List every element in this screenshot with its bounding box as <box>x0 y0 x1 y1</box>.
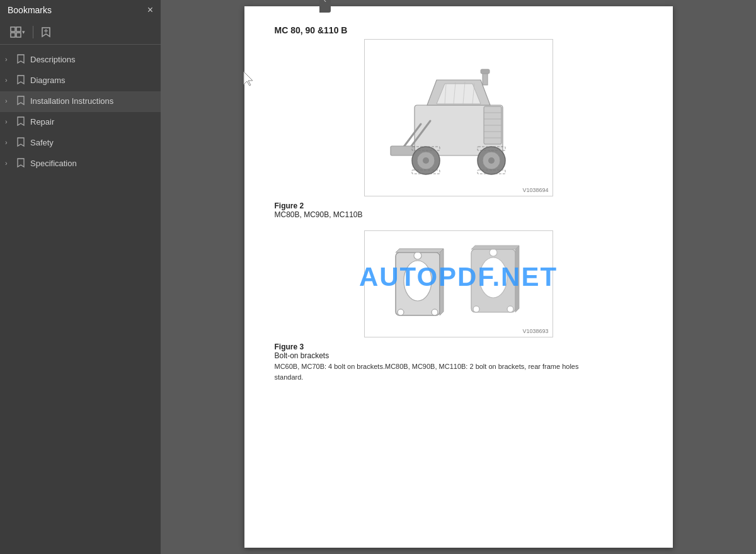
svg-marker-48 <box>515 246 519 312</box>
sidebar-title: Bookmarks <box>8 5 52 15</box>
svg-rect-15 <box>481 69 490 74</box>
chevron-right-icon: › <box>5 97 13 105</box>
bookmark-icon <box>16 158 26 170</box>
figure1-caption: Figure 2 <box>275 201 304 210</box>
figure1-box: V1038694 <box>364 39 553 196</box>
figure2-code: V1038693 <box>522 328 548 334</box>
sidebar-item-label: Safety <box>30 137 54 149</box>
svg-rect-24 <box>391 146 415 155</box>
figure1-code: V1038694 <box>522 187 548 193</box>
figure1-container: MC 80, 90 &110 B <box>270 25 648 219</box>
sidebar: Bookmarks × ▾ › <box>0 0 161 554</box>
figure2-box: V1038693 <box>364 230 553 337</box>
bookmark-button[interactable] <box>38 25 54 39</box>
svg-marker-41 <box>440 249 444 315</box>
sidebar-item-label: Installation Instructions <box>30 96 113 107</box>
figure1-sub: MC80B, MC90B, MC110B <box>275 210 363 219</box>
sidebar-items-list: › Descriptions › Diagrams › Ins <box>0 45 161 554</box>
chevron-right-icon: › <box>5 76 13 84</box>
sidebar-item-descriptions[interactable]: › Descriptions <box>0 50 161 71</box>
svg-point-38 <box>398 309 404 315</box>
bookmark-icon <box>16 54 26 66</box>
sidebar-item-installation-instructions[interactable]: › Installation Instructions <box>0 91 161 112</box>
svg-rect-2 <box>11 33 15 37</box>
svg-rect-1 <box>16 27 21 31</box>
sidebar-item-label: Descriptions <box>30 54 76 65</box>
svg-point-43 <box>479 257 507 298</box>
bookmark-icon <box>16 75 26 87</box>
svg-point-27 <box>423 157 429 164</box>
svg-point-30 <box>488 157 495 164</box>
collapse-panel-button[interactable]: ‹ <box>319 0 331 13</box>
svg-point-39 <box>432 309 438 315</box>
sidebar-toolbar: ▾ <box>0 20 161 45</box>
loader-illustration <box>377 48 541 187</box>
layout-icon <box>10 26 21 38</box>
figure2-sub: Bolt-on brackets <box>275 351 329 360</box>
bookmark-icon <box>16 137 26 149</box>
figure2-container: V1038693 Figure 3 Bolt-on brackets MC60B… <box>270 230 648 382</box>
bookmark-icon <box>16 116 26 128</box>
svg-rect-0 <box>11 27 15 31</box>
sidebar-item-label: Repair <box>30 116 54 128</box>
sidebar-item-label: Diagrams <box>30 75 66 86</box>
bookmark-icon <box>16 96 26 108</box>
figure2-caption: Figure 3 <box>275 342 304 351</box>
svg-rect-3 <box>16 33 21 37</box>
svg-marker-40 <box>396 249 444 252</box>
chevron-right-icon: › <box>5 118 13 125</box>
layout-button[interactable]: ▾ <box>8 25 28 39</box>
svg-point-37 <box>414 252 421 259</box>
pdf-page: AUTOPDF.NET MC 80, 90 &110 B <box>244 6 673 548</box>
sidebar-close-button[interactable]: × <box>147 5 153 15</box>
svg-point-44 <box>490 249 497 256</box>
sidebar-item-safety[interactable]: › Safety <box>0 133 161 154</box>
bracket-illustration <box>383 240 534 328</box>
svg-marker-47 <box>471 246 519 249</box>
svg-rect-14 <box>483 72 488 85</box>
svg-point-36 <box>404 261 432 301</box>
sidebar-item-diagrams[interactable]: › Diagrams <box>0 71 161 91</box>
figure2-desc: MC60B, MC70B: 4 bolt on brackets.MC80B, … <box>275 361 590 382</box>
svg-point-45 <box>473 306 479 312</box>
chevron-right-icon: › <box>5 55 13 63</box>
chevron-right-icon: › <box>5 159 13 167</box>
figure1-title: MC 80, 90 &110 B <box>275 25 348 35</box>
sidebar-item-repair[interactable]: › Repair <box>0 112 161 133</box>
layout-dropdown-arrow: ▾ <box>22 29 25 35</box>
sidebar-item-specification[interactable]: › Specification <box>0 154 161 174</box>
toolbar-separator <box>33 26 33 38</box>
bookmark-toolbar-icon <box>41 26 51 38</box>
main-content-area: AUTOPDF.NET MC 80, 90 &110 B <box>161 0 756 554</box>
sidebar-item-label: Specification <box>30 158 77 169</box>
sidebar-header: Bookmarks × <box>0 0 161 20</box>
chevron-right-icon: › <box>5 138 13 146</box>
svg-point-46 <box>507 306 513 312</box>
